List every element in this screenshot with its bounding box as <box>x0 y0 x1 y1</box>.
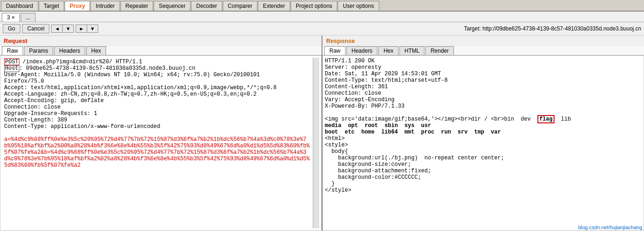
response-body[interactable]: HTTP/1.1 200 OK Server: openresty Date: … <box>322 55 644 231</box>
forward-nav-group: ► ▼ <box>76 24 98 33</box>
response-tab-html[interactable]: HTML <box>400 46 425 55</box>
response-tabs: Raw Headers Hex HTML Render <box>322 46 644 55</box>
tab-decoder[interactable]: Decoder <box>191 1 222 11</box>
request-text: POST /index.php?img=&cmd=dir%20/ HTTP/1.… <box>2 58 313 228</box>
request-scrollbar[interactable] <box>313 58 319 228</box>
request-panel: Request Raw Params Headers Hex POST /ind… <box>0 36 322 231</box>
response-tab-render[interactable]: Render <box>425 46 453 55</box>
back-nav-group: ◄ ▼ <box>51 24 74 33</box>
cancel-button[interactable]: Cancel <box>22 24 49 33</box>
request-title: Request <box>0 36 322 46</box>
tab-sequencer[interactable]: Sequencer <box>154 1 191 11</box>
response-panel: Response Raw Headers Hex HTML Render HTT… <box>322 36 644 231</box>
tab-proxy[interactable]: Proxy <box>65 1 90 11</box>
forward-button[interactable]: ► <box>76 25 87 32</box>
response-tab-raw[interactable]: Raw <box>324 46 346 55</box>
target-url: Target: http://09dbe625-4738-4139-8c57-4… <box>464 25 641 32</box>
toolbar: Go Cancel ◄ ▼ ► ▼ Target: http://09dbe62… <box>0 22 644 36</box>
request-tab-hex[interactable]: Hex <box>86 46 106 55</box>
host-highlight: Host <box>4 65 19 72</box>
top-nav: Dashboard Target Proxy Intruder Repeater… <box>0 0 644 12</box>
tab-user-options[interactable]: User options <box>338 1 379 11</box>
tab-intruder[interactable]: Intruder <box>90 1 119 11</box>
response-title: Response <box>322 36 644 46</box>
tab-comparer[interactable]: Comparer <box>223 1 257 11</box>
request-body[interactable]: POST /index.php?img=&cmd=dir%20/ HTTP/1.… <box>0 55 322 231</box>
tab-repeater[interactable]: Repeater <box>120 1 153 11</box>
request-tab-params[interactable]: Params <box>24 46 53 55</box>
response-tab-headers[interactable]: Headers <box>346 46 377 55</box>
target-prefix: Target: <box>464 25 483 32</box>
response-tab-hex[interactable]: Hex <box>378 46 398 55</box>
flag-highlight: flag <box>537 115 555 123</box>
sub-nav: 3 × ... <box>0 12 644 22</box>
target-url-value: http://09dbe625-4738-4139-8c57-481030a03… <box>483 25 641 32</box>
sub-tab-3[interactable]: 3 × <box>2 13 20 22</box>
watermark: blog.csdn.net/hujianjiachang <box>578 225 642 230</box>
sub-tab-dots[interactable]: ... <box>21 13 36 22</box>
back-button[interactable]: ◄ <box>52 25 63 32</box>
tab-extender[interactable]: Extender <box>258 1 290 11</box>
tab-target[interactable]: Target <box>39 1 64 11</box>
request-body-inner: POST /index.php?img=&cmd=dir%20/ HTTP/1.… <box>2 58 319 228</box>
forward-dropdown-button[interactable]: ▼ <box>87 25 98 32</box>
request-body-data: a=%4d%c9%68%ff%0e%e3%5c%20%95%72%d4%77%7… <box>4 136 310 169</box>
request-tab-raw[interactable]: Raw <box>2 46 23 55</box>
back-dropdown-button[interactable]: ▼ <box>63 25 73 32</box>
go-button[interactable]: Go <box>3 24 20 33</box>
tab-project-options[interactable]: Project options <box>291 1 337 11</box>
request-tabs: Raw Params Headers Hex <box>0 46 322 55</box>
request-tab-headers[interactable]: Headers <box>54 46 85 55</box>
tab-dashboard[interactable]: Dashboard <box>1 1 38 11</box>
main-content: Request Raw Params Headers Hex POST /ind… <box>0 36 644 231</box>
